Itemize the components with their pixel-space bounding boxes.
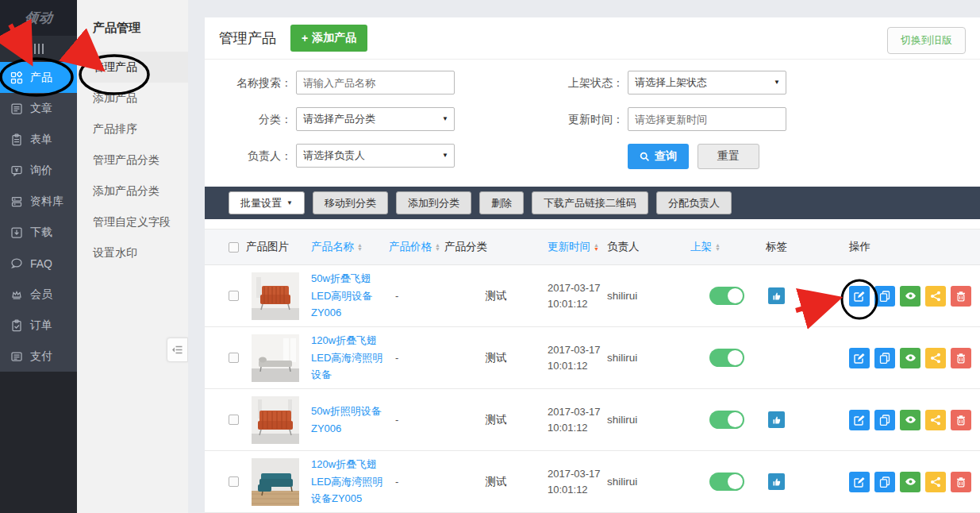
product-image — [252, 334, 299, 382]
share-button[interactable] — [925, 472, 946, 492]
submenu-item-custom-fields[interactable]: 管理自定义字段 — [77, 206, 188, 237]
product-price: - — [389, 476, 444, 488]
add-product-button[interactable]: + 添加产品 — [290, 25, 367, 52]
row-checkbox[interactable] — [229, 476, 239, 487]
product-name-link[interactable]: 120w折叠飞翅LED高海湾照明设备 — [311, 332, 389, 383]
nav-item-faq[interactable]: FAQ — [0, 248, 77, 279]
bulk-action-toolbar: 批量设置 ▼ 移动到分类 添加到分类 删除 下载产品链接二维码 分配负责人 — [205, 187, 980, 219]
on-shelf-toggle[interactable] — [709, 287, 744, 305]
row-checkbox[interactable] — [229, 353, 239, 363]
main-content: 管理产品 + 添加产品 切换到旧版 名称搜索： 上架状态： 请选择上架状态 ▼ … — [188, 0, 980, 513]
card-header: 管理产品 + 添加产品 切换到旧版 — [205, 17, 980, 60]
nav-label: 资料库 — [30, 195, 63, 209]
delete-row-button[interactable] — [951, 410, 971, 430]
owner-label: 负责人： — [205, 144, 292, 168]
on-shelf-toggle[interactable] — [709, 472, 744, 491]
col-product-name[interactable]: 产品名称 ▲▼ — [311, 240, 389, 254]
table-row: 50w折照明设备ZY006 - 测试 2017-03-17 10:01:12 s… — [205, 389, 980, 451]
view-button[interactable] — [900, 410, 920, 430]
select-all-checkbox[interactable] — [229, 242, 239, 253]
switch-to-legacy-button[interactable]: 切换到旧版 — [887, 27, 966, 54]
edit-button[interactable] — [849, 410, 870, 430]
col-product-image: 产品图片 — [246, 240, 311, 254]
nav-item-products[interactable]: 产品 — [0, 62, 77, 93]
share-button[interactable] — [925, 348, 946, 368]
member-crown-icon — [10, 288, 23, 301]
nav-item-inquiry[interactable]: 询价 — [0, 155, 77, 186]
status-select[interactable]: 请选择上架状态 ▼ — [628, 71, 786, 94]
move-to-category-button[interactable]: 移动到分类 — [313, 191, 388, 214]
delete-row-button[interactable] — [951, 348, 971, 368]
owner-select[interactable]: 请选择负责人 ▼ — [296, 144, 455, 168]
submenu-item-manage-products[interactable]: 管理产品 — [77, 52, 188, 83]
nav-item-library[interactable]: 资料库 — [0, 186, 77, 217]
submenu-item-watermark[interactable]: 设置水印 — [77, 237, 188, 268]
product-image — [252, 272, 299, 320]
submenu-collapse-button[interactable] — [167, 338, 188, 362]
submenu-item-product-sort[interactable]: 产品排序 — [77, 114, 188, 145]
submenu-item-add-product[interactable]: 添加产品 — [77, 83, 188, 114]
nav-item-articles[interactable]: 文章 — [0, 93, 77, 124]
nav-item-members[interactable]: 会员 — [0, 279, 77, 310]
row-checkbox[interactable] — [229, 291, 239, 301]
share-button[interactable] — [925, 286, 946, 307]
nav-item-orders[interactable]: 订单 — [0, 310, 77, 341]
delete-button[interactable]: 删除 — [479, 191, 524, 214]
product-name-link[interactable]: 50w折叠飞翅LED高明设备ZY006 — [311, 270, 389, 321]
sort-icons: ▲▼ — [357, 243, 363, 251]
share-button[interactable] — [925, 410, 946, 430]
view-button[interactable] — [900, 286, 920, 307]
download-icon — [10, 226, 23, 239]
product-image — [252, 396, 299, 444]
view-button[interactable] — [900, 472, 920, 492]
copy-button[interactable] — [874, 410, 895, 430]
nav-item-payment[interactable]: 支付 — [0, 341, 77, 372]
update-time-input[interactable] — [628, 107, 786, 131]
submenu-item-add-category[interactable]: 添加产品分类 — [77, 176, 188, 206]
nav-item-download[interactable]: 下载 — [0, 217, 77, 248]
col-product-price[interactable]: 产品价格 ▲▼ — [389, 240, 444, 254]
update-time: 2017-03-17 10:01:12 — [548, 404, 607, 435]
chevron-down-icon: ▼ — [774, 71, 780, 94]
product-name-link[interactable]: 120w折叠飞翅LED高海湾照明设备ZY005 — [311, 456, 389, 507]
reset-button[interactable]: 重置 — [698, 144, 759, 169]
add-to-category-button[interactable]: 添加到分类 — [396, 191, 471, 214]
view-button[interactable] — [900, 348, 920, 368]
on-shelf-toggle[interactable] — [709, 411, 744, 429]
delete-row-button[interactable] — [951, 286, 971, 307]
product-name-link[interactable]: 50w折照明设备ZY006 — [311, 403, 389, 437]
copy-button[interactable] — [874, 348, 895, 368]
on-shelf-toggle[interactable] — [709, 349, 744, 367]
search-button[interactable]: 查询 — [628, 144, 689, 169]
col-product-category: 产品分类 — [444, 240, 548, 254]
owner: shilirui — [607, 476, 690, 488]
col-update-time[interactable]: 更新时间 ▲▼ — [548, 240, 607, 254]
download-qrcode-button[interactable]: 下载产品链接二维码 — [532, 191, 648, 214]
copy-button[interactable] — [874, 472, 895, 492]
assign-owner-button[interactable]: 分配负责人 — [656, 191, 732, 214]
article-icon — [10, 102, 23, 115]
edit-button[interactable] — [849, 348, 870, 368]
row-actions — [849, 348, 980, 368]
category-select[interactable]: 请选择产品分类 ▼ — [296, 107, 455, 131]
product-price: - — [389, 352, 444, 364]
edit-button[interactable] — [849, 472, 870, 492]
thumbs-up-tag-icon — [768, 411, 785, 428]
copy-button[interactable] — [874, 286, 895, 307]
submenu-item-manage-categories[interactable]: 管理产品分类 — [77, 145, 188, 176]
col-on-shelf[interactable]: 上架 ▲▼ — [690, 240, 766, 254]
row-checkbox[interactable] — [229, 415, 239, 425]
name-search-input[interactable] — [296, 71, 455, 94]
chevron-down-icon: ▼ — [286, 199, 293, 206]
delete-row-button[interactable] — [951, 472, 971, 492]
plus-icon: + — [302, 32, 308, 44]
bulk-settings-button[interactable]: 批量设置 ▼ — [229, 191, 305, 214]
nav-label: 表单 — [30, 133, 52, 147]
nav-item-forms[interactable]: 表单 — [0, 124, 77, 155]
inquiry-icon — [10, 164, 23, 177]
products-grid-icon — [10, 71, 23, 84]
edit-button[interactable] — [849, 286, 870, 307]
page-title: 管理产品 — [219, 29, 276, 48]
sort-icons-active-desc: ▲▼ — [594, 243, 599, 251]
sidebar-collapse-bars-icon[interactable] — [0, 36, 77, 62]
